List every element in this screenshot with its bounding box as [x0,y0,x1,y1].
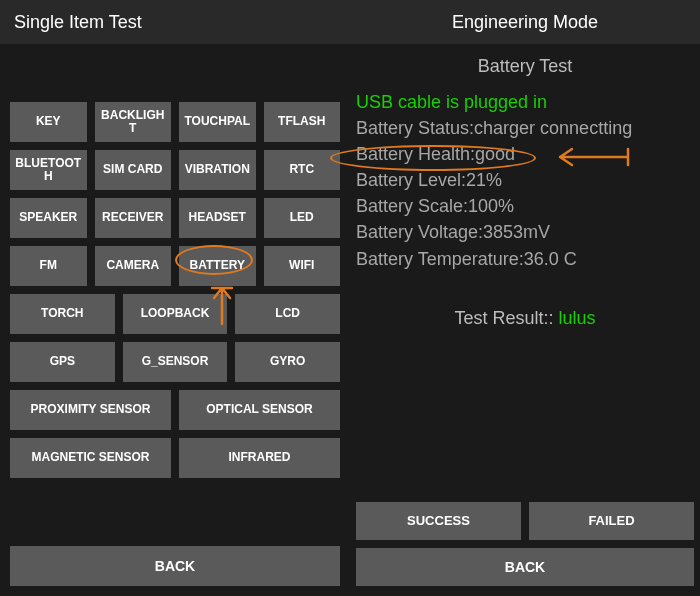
test-wifi-button[interactable]: WIFI [264,246,341,286]
battery-status-line: Battery Status:charger connectting [356,115,694,141]
test-receiver-button[interactable]: RECEIVER [95,198,172,238]
test-speaker-button[interactable]: SPEAKER [10,198,87,238]
test-bluetooth-button[interactable]: BLUETOOTH [10,150,87,190]
test-gsensor-button[interactable]: G_SENSOR [123,342,228,382]
test-result-value: lulus [559,308,596,328]
test-fm-button[interactable]: FM [10,246,87,286]
test-vibration-button[interactable]: VIBRATION [179,150,256,190]
test-result-row: Test Result:: lulus [356,308,694,329]
failed-button[interactable]: FAILED [529,502,694,540]
left-header: Single Item Test [0,0,350,44]
test-grid-container: KEY BACKLIGHT TOUCHPAL TFLASH BLUETOOTH … [0,44,350,546]
right-footer: SUCCESS FAILED BACK [350,502,700,596]
right-back-button[interactable]: BACK [356,548,694,586]
right-header: Engineering Mode [350,0,700,44]
battery-level-line: Battery Level:21% [356,167,694,193]
test-result-label: Test Result:: [454,308,558,328]
engineering-mode-pane: Engineering Mode Battery Test USB cable … [350,0,700,596]
test-loopback-button[interactable]: LOOPBACK [123,294,228,334]
test-touchpal-button[interactable]: TOUCHPAL [179,102,256,142]
test-gyro-button[interactable]: GYRO [235,342,340,382]
test-magnetic-button[interactable]: MAGNETIC SENSOR [10,438,171,478]
test-lcd-button[interactable]: LCD [235,294,340,334]
battery-voltage-line: Battery Voltage:3853mV [356,219,694,245]
battery-scale-line: Battery Scale:100% [356,193,694,219]
test-key-button[interactable]: KEY [10,102,87,142]
test-gps-button[interactable]: GPS [10,342,115,382]
test-infrared-button[interactable]: INFRARED [179,438,340,478]
success-button[interactable]: SUCCESS [356,502,521,540]
left-footer: BACK [0,546,350,596]
battery-health-line: Battery Health:good [356,141,694,167]
right-title: Engineering Mode [452,12,598,33]
left-title: Single Item Test [14,12,142,33]
left-back-button[interactable]: BACK [10,546,340,586]
test-simcard-button[interactable]: SIM CARD [95,150,172,190]
battery-test-subtitle: Battery Test [356,56,694,77]
single-item-test-pane: Single Item Test KEY BACKLIGHT TOUCHPAL … [0,0,350,596]
test-optical-button[interactable]: OPTICAL SENSOR [179,390,340,430]
test-camera-button[interactable]: CAMERA [95,246,172,286]
test-battery-button[interactable]: BATTERY [179,246,256,286]
battery-test-content: Battery Test USB cable is plugged in Bat… [350,44,700,502]
battery-temperature-line: Battery Temperature:36.0 C [356,246,694,272]
test-rtc-button[interactable]: RTC [264,150,341,190]
test-led-button[interactable]: LED [264,198,341,238]
test-backlight-button[interactable]: BACKLIGHT [95,102,172,142]
usb-plugged-line: USB cable is plugged in [356,89,694,115]
test-torch-button[interactable]: TORCH [10,294,115,334]
test-tflash-button[interactable]: TFLASH [264,102,341,142]
test-proximity-button[interactable]: PROXIMITY SENSOR [10,390,171,430]
test-headset-button[interactable]: HEADSET [179,198,256,238]
